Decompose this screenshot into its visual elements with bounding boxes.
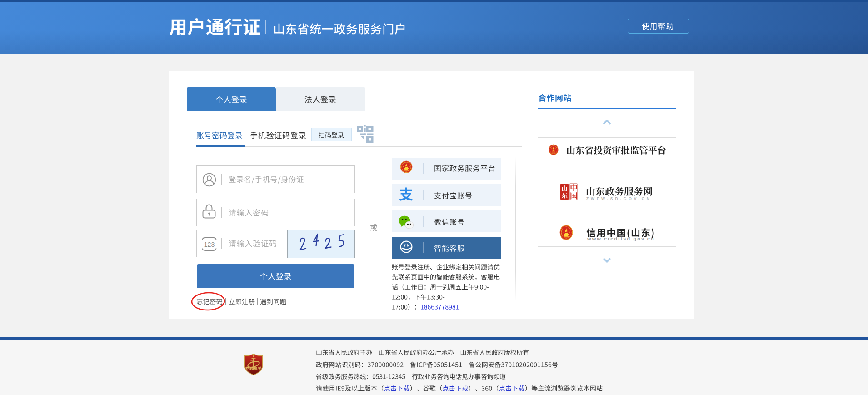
svg-text:123: 123 <box>204 241 215 248</box>
